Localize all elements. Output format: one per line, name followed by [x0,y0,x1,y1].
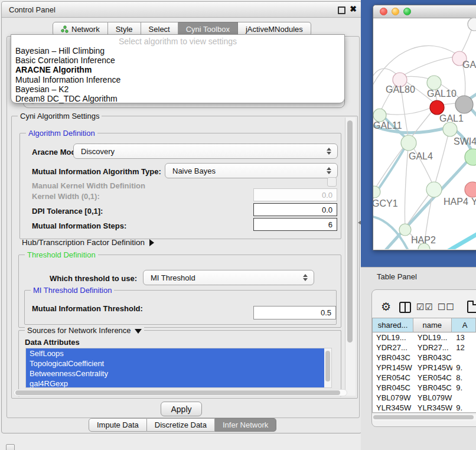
apply-button[interactable]: Apply [161,402,202,416]
export-table-icon[interactable] [467,301,476,313]
manual-kernel-width-checkbox[interactable] [327,177,337,187]
algorithm-option-bayesian-k2[interactable]: Bayesian – K2 [11,84,344,94]
mac-close-icon[interactable] [380,8,387,15]
table-cell[interactable]: 9. [452,363,476,373]
column-selector-icon[interactable] [399,302,411,313]
select-all-icon[interactable]: ☑☑ [416,302,433,312]
network-node-gal11[interactable] [373,109,386,122]
hub-definition-label: Hub/Transcription Factor Definition [22,238,145,247]
attribute-item-selfloops[interactable]: SelfLoops [26,348,324,358]
deselect-all-icon[interactable]: ☐☐ [438,302,455,312]
table-row[interactable]: YBR045CYBR045C9. [373,383,476,393]
mi-algorithm-type-value: Naive Bayes [172,167,216,175]
table-cell[interactable]: YBR043C [373,353,414,363]
table-row[interactable]: YDR27...YDR27...12 [373,343,476,353]
tab-impute-data[interactable]: Impute Data [89,418,147,432]
table-row[interactable]: YLR345WYLR345W9. [373,403,476,413]
table-cell[interactable]: YBL079W [373,393,414,403]
hub-definition-toggle[interactable]: Hub/Transcription Factor Definition [22,238,154,247]
table-cell[interactable]: YDR27... [414,343,453,353]
table-cell[interactable]: YDL19... [373,332,414,343]
table-row[interactable]: YBR043CYBR043C [373,353,476,363]
gear-icon[interactable]: ⚙ [381,300,391,314]
mac-minimize-icon[interactable] [392,8,399,15]
column-header-shared-[interactable]: shared... [373,318,413,332]
network-node-hap2[interactable] [399,224,411,236]
algorithm-option-aracne-algorithm[interactable]: ARACNE Algorithm [11,65,344,74]
aracne-mode-combobox[interactable]: Discovery [73,144,338,159]
table-cell[interactable]: YDR27... [373,343,414,353]
attribute-item-gal4rgexp[interactable]: gal4RGexp [26,379,324,388]
table-cell[interactable]: YLR345W [373,403,414,413]
mi-algorithm-type-combobox[interactable]: Naive Bayes [165,163,338,178]
algorithm-option-mutual-information-inference[interactable]: Mutual Information Inference [11,75,344,84]
mi-steps-field[interactable]: 6 [253,218,337,231]
sources-title[interactable]: Sources for Network Inference [25,326,144,335]
tab-label: Network [71,25,100,34]
table-cell[interactable]: YPR145W [414,363,453,373]
float-window-icon[interactable] [338,6,345,14]
algorithm-definition-title: Algorithm Definition [26,129,97,138]
settings-vertical-scrollbar[interactable] [345,118,356,396]
table-cell[interactable]: YBR043C [414,353,453,363]
table-row[interactable]: YPR145WYPR145W9. [373,363,476,373]
network-node-gal4[interactable] [401,135,416,151]
node-label-gal11: GAL11 [373,120,402,131]
table-row[interactable]: YBL079WYBL079W [373,393,476,403]
control-panel-title: Control Panel [9,5,56,14]
tab-discretize-data[interactable]: Discretize Data [147,418,215,432]
table-horizontal-scrollbar[interactable] [372,413,476,420]
algorithm-option-dream8-dc-tdc-algorithm[interactable]: Dream8 DC_TDC Algorithm [11,94,344,103]
node-attribute-table[interactable]: shared...nameA YDL19...YDL19...13YDR27..… [372,318,476,413]
kernel-width-field[interactable]: 0.0 [253,188,337,201]
data-attributes-list[interactable]: SelfLoopsTopologicalCoefficientBetweenne… [25,348,332,388]
table-cell[interactable]: 9. [452,383,476,393]
network-node-y[interactable] [465,182,476,197]
network-window-titlebar[interactable] [373,5,476,18]
close-icon[interactable]: ✖ [350,4,357,14]
network-node[interactable] [468,18,476,31]
attribute-item-betweennesscentrality[interactable]: BetweennessCentrality [26,369,324,379]
table-cell[interactable]: YBR045C [414,383,453,393]
network-node-hap4[interactable] [426,182,442,197]
table-cell[interactable] [452,353,476,363]
table-cell[interactable]: YER054C [373,373,414,383]
column-header-a[interactable]: A [452,318,476,332]
network-node[interactable] [455,96,473,113]
table-cell[interactable]: YBL079W [414,393,453,403]
network-node-gal1[interactable] [430,100,444,115]
mac-zoom-icon[interactable] [403,8,411,15]
network-node-swi4[interactable] [443,122,457,136]
mi-threshold-field[interactable]: 0.5 [253,306,336,319]
dpi-tolerance-field[interactable]: 0.0 [253,203,337,216]
settings-vertical-scrollbar-thumb[interactable] [347,120,353,343]
table-cell[interactable]: 12 [452,343,476,353]
attribute-item-topologicalcoefficient[interactable]: TopologicalCoefficient [26,358,324,369]
table-cell[interactable]: YLR345W [414,403,453,413]
table-cell[interactable] [452,393,476,403]
table-cell[interactable]: 9. [452,403,476,413]
column-header-name[interactable]: name [413,318,452,332]
combo-stepper-icon [327,167,332,174]
attributes-list-scrollbar-thumb[interactable] [325,351,330,381]
algorithm-option-basic-correlation-inference[interactable]: Basic Correlation Inference [11,56,344,65]
table-cell[interactable]: 8. [452,373,476,383]
table-cell[interactable]: 13 [452,332,476,343]
table-row[interactable]: YDL19...YDL19...13 [373,332,476,343]
table-horizontal-scrollbar-thumb[interactable] [373,415,474,419]
table-cell[interactable]: YPR145W [373,363,414,373]
network-view-window[interactable]: GALGAL80GAL10GAL1GAL11SWI4GAL4GCY1HAP4YH… [373,5,476,250]
network-node-gal10[interactable] [427,76,441,90]
network-canvas[interactable]: GALGAL80GAL10GAL1GAL11SWI4GAL4GCY1HAP4YH… [373,18,476,249]
table-cell[interactable]: YDL19... [414,332,453,343]
table-cell[interactable]: YBR045C [373,383,414,393]
settings-horizontal-scrollbar-thumb[interactable] [15,390,340,395]
table-row[interactable]: YER054CYER054C8. [373,373,476,383]
algorithm-option-bayesian-hill-climbing[interactable]: Bayesian – Hill Climbing [11,46,344,56]
cyni-algorithm-settings-title: Cyni Algorithm Settings [18,112,102,120]
network-icon [61,25,69,33]
which-threshold-combobox[interactable]: MI Threshold [143,270,314,285]
tab-infer-network[interactable]: Infer Network [215,418,276,432]
table-cell[interactable]: YER054C [414,373,453,383]
minimized-panel-icon[interactable] [6,444,15,450]
